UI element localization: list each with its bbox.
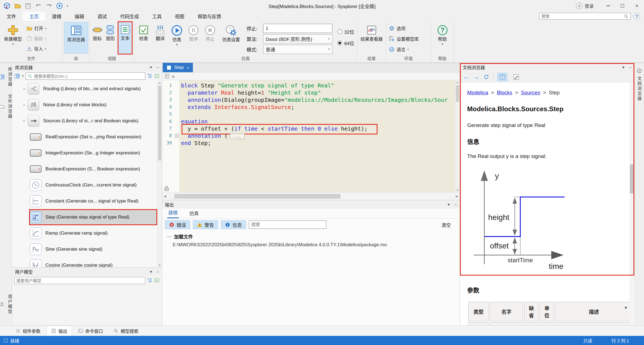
- code-editor[interactable]: 1block Step "Generate step signal of typ…: [162, 80, 460, 192]
- code-line[interactable]: 39end Step;: [162, 139, 460, 147]
- code-line[interactable]: 3 annotation(Dialog(groupImage="modelica…: [162, 96, 460, 103]
- breadcrumb-link-blocks[interactable]: Blocks: [497, 90, 512, 96]
- bottom-tab-component-params[interactable]: 组件参数: [11, 326, 45, 336]
- save-icon[interactable]: [25, 3, 31, 9]
- simulation-settings-button[interactable]: 仿真设置: [218, 22, 244, 54]
- tree-item-noise[interactable]: › Noise (Library of noise blocks): [12, 97, 162, 113]
- algorithm-select[interactable]: Dassl (BDF,变阶,刚性)˅: [263, 34, 332, 43]
- menu-view[interactable]: 视图: [168, 12, 191, 21]
- open-button[interactable]: 打开▾: [27, 24, 46, 33]
- panel-menu-icon[interactable]: ▼: [622, 65, 625, 69]
- filter-icon[interactable]: [147, 73, 152, 79]
- code-line[interactable]: 8+ annotation (...: [162, 132, 460, 139]
- mode-select[interactable]: 普通˅: [263, 45, 332, 54]
- save-button[interactable]: 保存▾: [27, 34, 46, 43]
- scroll-down-icon[interactable]: ▼: [456, 189, 459, 192]
- dock-tab-file-browser[interactable]: 文件浏览器: [0, 94, 13, 119]
- breadcrumb-link-modelica[interactable]: Modelica: [467, 90, 488, 96]
- tree-item-step[interactable]: Step (Generate step signal of type Real): [12, 209, 162, 225]
- login-button[interactable]: ! 登录: [576, 2, 594, 9]
- import-button[interactable]: 导入▾: [27, 44, 46, 53]
- panel-minimize-icon[interactable]: ─: [157, 270, 159, 274]
- radio-64bit[interactable]: 64位: [337, 40, 354, 46]
- code-line[interactable]: 6equation: [162, 118, 460, 125]
- errors-filter-button[interactable]: 错误: [165, 220, 190, 229]
- library-browser-button[interactable]: 库浏览器: [64, 22, 88, 54]
- doc-scrollbar[interactable]: [630, 82, 634, 325]
- panel-minimize-icon[interactable]: ─: [454, 203, 457, 207]
- dock-tab-library-browser[interactable]: 库浏览器: [0, 67, 13, 87]
- stop-button[interactable]: 停止: [202, 22, 218, 54]
- undo-icon[interactable]: [35, 2, 42, 9]
- editor-hscrollbar[interactable]: ◀ ▶: [162, 192, 460, 200]
- tree-item-constant[interactable]: Constant (Generate co... signal of type …: [12, 193, 162, 209]
- output-tab-simulation[interactable]: 仿真: [188, 208, 200, 218]
- fold-icon[interactable]: +: [174, 132, 179, 139]
- collapse-all-icon[interactable]: [154, 278, 160, 283]
- code-line[interactable]: 7 y = offset + (if time < startTime then…: [162, 125, 460, 132]
- tree-item-ramp[interactable]: Ramp (Generate ramp signal): [12, 225, 162, 241]
- expand-icon[interactable]: ›: [20, 102, 28, 107]
- tree-item-routing[interactable]: › Routing (Library of blo...ne and extra…: [12, 81, 162, 97]
- user-search-input[interactable]: [16, 278, 143, 283]
- search-icon[interactable]: [624, 14, 629, 19]
- menu-codegen[interactable]: 代码生成: [113, 12, 146, 21]
- dock-tab-doc-browser[interactable]: 文档浏览器: [637, 76, 642, 101]
- scroll-down-icon[interactable]: ▼: [158, 264, 161, 267]
- help-button[interactable]: 帮助 ▾: [433, 22, 452, 54]
- panel-minimize-icon[interactable]: ─: [629, 65, 632, 69]
- doc-edit-button[interactable]: [511, 73, 521, 81]
- simulate-button[interactable]: 仿真 ▾: [169, 22, 185, 54]
- chevron-down-icon[interactable]: ▼: [22, 75, 24, 77]
- tree-item-sine[interactable]: Sine (Generate sine signal): [12, 241, 162, 257]
- refresh-icon[interactable]: [483, 74, 489, 80]
- scrollbar-thumb[interactable]: [158, 86, 161, 160]
- collapse-log-icon[interactable]: —: [167, 234, 171, 239]
- panel-menu-icon[interactable]: ▼: [149, 270, 153, 274]
- tree-scrollbar[interactable]: ▲ ▼: [157, 81, 162, 267]
- code-line[interactable]: 1block Step "Generate step signal of typ…: [162, 82, 460, 89]
- tree-item-continuousclock[interactable]: ContinuousClock (Gen...current time sign…: [12, 177, 162, 193]
- help-icon[interactable]: ?: [633, 13, 640, 20]
- tree-item-booleanexpression[interactable]: BooleanExpression (S... Boolean expressi…: [12, 161, 162, 177]
- scrollbar-thumb[interactable]: [630, 164, 633, 193]
- user-search-box[interactable]: [14, 277, 145, 284]
- code-line[interactable]: 5: [162, 111, 460, 118]
- output-search-input[interactable]: [251, 222, 324, 227]
- scroll-up-icon[interactable]: ▲: [456, 81, 459, 84]
- global-search-input[interactable]: [541, 14, 624, 19]
- scroll-right-icon[interactable]: ▶: [454, 194, 460, 198]
- scroll-up-icon[interactable]: ▲: [158, 81, 161, 84]
- minimize-button[interactable]: [601, 0, 615, 12]
- menu-edit[interactable]: 编辑: [68, 12, 91, 21]
- filter-icon[interactable]: [147, 278, 152, 283]
- quick-access-dropdown-icon[interactable]: ▾: [67, 4, 68, 7]
- translate-button[interactable]: 翻译: [152, 22, 169, 54]
- output-tab-modeling[interactable]: 建模: [167, 207, 179, 218]
- new-model-button[interactable]: 新建模型 ▾: [1, 22, 25, 54]
- redo-icon[interactable]: [46, 2, 52, 9]
- close-tab-icon[interactable]: ×: [187, 65, 189, 70]
- maximize-button[interactable]: [615, 0, 630, 12]
- tree-item-realexpression[interactable]: RealExpression (Set o...ying Real expres…: [12, 129, 162, 145]
- tree-mode-icon[interactable]: [14, 73, 20, 79]
- diagram-view-button[interactable]: 图形: [104, 22, 117, 54]
- menu-help-feedback[interactable]: 帮助与反馈: [191, 12, 228, 21]
- icon-view-button[interactable]: 图标: [91, 22, 104, 54]
- result-viewer-button[interactable]: 结果查看器: [358, 22, 385, 54]
- library-search-input[interactable]: [34, 74, 143, 79]
- panel-menu-icon[interactable]: ▼: [447, 203, 451, 207]
- collapse-icon[interactable]: ›: [22, 117, 27, 124]
- editor-vscrollbar[interactable]: ▲ ▼: [455, 80, 460, 192]
- tree-item-cosine[interactable]: Cosine (Generate cosine signal): [12, 257, 162, 267]
- code-line[interactable]: 2 parameter Real height=1 "Height of ste…: [162, 89, 460, 96]
- set-library-button[interactable]: 设置模型库: [389, 34, 419, 43]
- selected-tree-item[interactable]: Step (Generate step signal of type Real): [29, 209, 157, 225]
- scroll-left-icon[interactable]: ◀: [162, 194, 168, 198]
- panel-menu-icon[interactable]: ▼: [149, 65, 153, 69]
- menu-home[interactable]: 主页: [23, 12, 45, 21]
- menu-tools[interactable]: 工具: [146, 12, 168, 21]
- bottom-tab-output[interactable]: 输出: [46, 326, 72, 336]
- editor-tab-step[interactable]: Step ×: [163, 63, 193, 72]
- run-icon[interactable]: [56, 2, 63, 9]
